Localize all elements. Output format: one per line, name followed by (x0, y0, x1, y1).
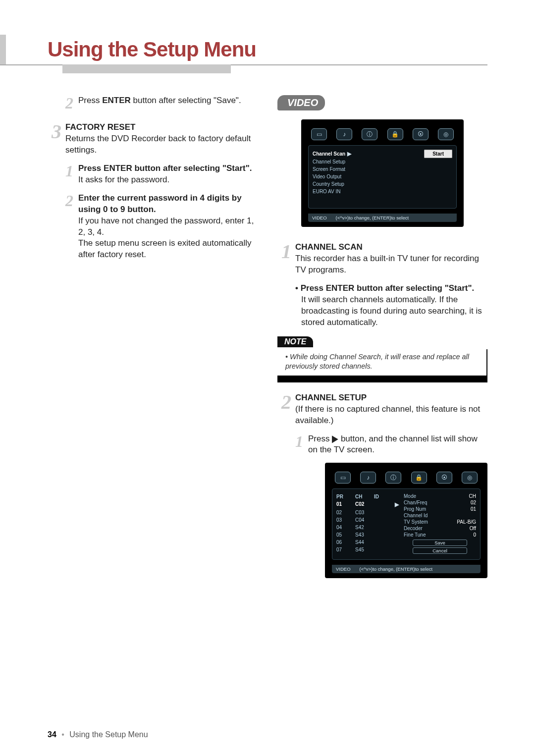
cancel-button: Cancel (413, 547, 467, 554)
lang-icon: ⓘ (362, 128, 377, 140)
menu-item: Screen Format (313, 165, 419, 173)
step-3-block: FACTORY RESET Returns the DVD Recorder b… (65, 122, 258, 156)
footer-hint: (<^v>)to change, (ENTER)to select (360, 566, 433, 572)
video-section-header: VIDEO (277, 95, 325, 110)
menu-item: Country Setup (313, 180, 419, 188)
rec-icon: ⦿ (413, 128, 428, 140)
audio-icon: ♪ (360, 472, 376, 484)
page-title: Using the Setup Menu (48, 35, 487, 64)
disc-icon: ◎ (462, 472, 478, 484)
audio-icon: ♪ (336, 128, 352, 140)
factory-reset-body: Returns the DVD Recorder back to factory… (65, 134, 251, 155)
rec-icon: ⦿ (436, 472, 452, 484)
property-row: Fine Tune0 (404, 532, 476, 538)
left-column: 2 Press ENTER button after selecting "Sa… (48, 95, 258, 593)
lock-icon: 🔒 (387, 128, 403, 140)
property-row: Channel Id (404, 512, 476, 519)
table-row: 06S44 (336, 539, 399, 546)
property-row: DecoderOff (404, 525, 476, 532)
disc-icon: ◎ (438, 128, 454, 140)
title-ornament (0, 35, 6, 64)
channel-scan-title: CHANNEL SCAN (295, 242, 363, 252)
menu-list: Channel Scan▶Channel SetupScreen FormatV… (313, 150, 419, 195)
note-label: NOTE (277, 336, 313, 347)
property-row: Chan/Freq02 (404, 499, 476, 506)
bullet-icon: • (61, 730, 64, 739)
property-row: ModeCH (404, 493, 476, 499)
menu-item: Channel Scan▶ (313, 150, 419, 158)
step-2-text: Press ENTER button after selecting "Save… (78, 95, 258, 107)
section-number-1: 1 (281, 240, 291, 263)
page-footer: 34 • Using the Setup Menu (48, 730, 148, 739)
channel-properties: ModeCHChan/Freq02Prog Num01Channel IdTV … (404, 493, 476, 555)
icon-row: ▭ ♪ ⓘ 🔒 ⦿ ◎ (332, 472, 481, 488)
substep-2-body-a: If you have not changed the password, en… (78, 216, 254, 237)
table-row: 03C04 (336, 516, 399, 524)
substep-2-block: Enter the current password in 4 digits b… (78, 193, 258, 261)
table-row: 01C02▶ (336, 500, 399, 509)
footer-title: Using the Setup Menu (69, 730, 148, 739)
page-number: 34 (48, 730, 56, 739)
menu-item: EURO AV IN (313, 188, 419, 195)
table-row: 04S42 (336, 524, 399, 531)
property-row: Prog Num01 (404, 506, 476, 512)
save-button: Save (413, 540, 467, 546)
substep-2-title: Enter the current password in 4 digits b… (78, 193, 242, 214)
channel-table: PRCHID01C02▶02C0303C0404S4205S4306S4407S… (336, 493, 399, 555)
title-underline-block (62, 64, 231, 73)
substep-number-2: 2 (65, 192, 73, 210)
screenshot-channel-scan: ▭ ♪ ⓘ 🔒 ⦿ ◎ Channel Scan▶Channel SetupSc… (301, 119, 464, 227)
channel-setup-substep: Press ▶ button, and the channel list wil… (308, 433, 487, 456)
substep-1-body: It asks for the password. (78, 175, 169, 184)
channel-setup-title: CHANNEL SETUP (295, 393, 367, 402)
substep-2-body-b: The setup menu screen is exited automati… (78, 238, 252, 259)
icon-row: ▭ ♪ ⓘ 🔒 ⦿ ◎ (308, 128, 457, 145)
start-button: Start (424, 150, 452, 158)
property-row: TV SystemPAL-B/G (404, 519, 476, 525)
play-icon: ▶ (332, 432, 338, 446)
menu-item: Channel Setup (313, 158, 419, 165)
channel-setup-body: (If there is no captured channel, this f… (295, 404, 480, 425)
footer-hint: (<^v>)to change, (ENTER)to select (336, 215, 409, 220)
right-column: VIDEO ▭ ♪ ⓘ 🔒 ⦿ ◎ Channel Scan▶Channel S… (277, 95, 487, 593)
substep-1-block: Press ENTER button after selecting "Star… (78, 163, 258, 186)
step-number-3: 3 (52, 120, 61, 143)
channel-scan-bullet: • Press ENTER button after selecting "St… (295, 283, 487, 328)
factory-reset-title: FACTORY RESET (65, 122, 135, 132)
note-box: • While doing Channel Search, it will er… (277, 349, 487, 382)
lang-icon: ⓘ (385, 472, 401, 484)
title-bar: Using the Setup Menu (0, 35, 487, 65)
manual-page: Using the Setup Menu 2 Press ENTER butto… (0, 0, 535, 756)
channel-scan-block: CHANNEL SCAN This recorder has a built-i… (295, 242, 487, 276)
channel-scan-body: This recorder has a built-in TV tuner fo… (295, 254, 479, 274)
table-row: 07S45 (336, 546, 399, 553)
lock-icon: 🔒 (411, 472, 427, 484)
substep-1-title: Press ENTER button after selecting "Star… (78, 163, 252, 173)
table-row: 05S43 (336, 531, 399, 539)
channel-setup-substep-number: 1 (295, 432, 303, 450)
section-number-2: 2 (281, 391, 291, 413)
substep-number-1: 1 (65, 162, 73, 180)
step-number-2: 2 (65, 94, 73, 112)
table-row: 02C03 (336, 509, 399, 516)
channel-setup-block: CHANNEL SETUP (If there is no captured c… (295, 392, 487, 427)
video-icon: ▭ (335, 472, 351, 484)
video-icon: ▭ (311, 128, 327, 140)
screenshot-channel-setup: ▭ ♪ ⓘ 🔒 ⦿ ◎ PRCHID01C02▶02C0303C0404S420… (325, 463, 487, 578)
menu-item: Video Output (313, 173, 419, 180)
footer-label: VIDEO (336, 566, 351, 572)
footer-label: VIDEO (312, 215, 327, 220)
